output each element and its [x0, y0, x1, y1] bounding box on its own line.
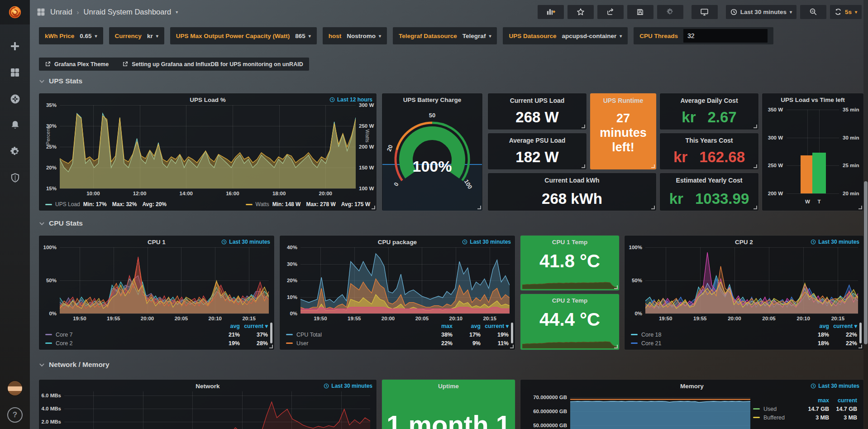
legend-series-used[interactable]: Used — [753, 406, 801, 412]
legend-series-core-2[interactable]: Core 2 — [45, 340, 212, 347]
legend-item-ups-load[interactable]: UPS LoadMin: 17% Max: 32% Avg: 20% — [45, 201, 167, 207]
panel-title[interactable]: UPS Load vs Time left — [762, 96, 863, 103]
sidebar-item-configuration[interactable] — [0, 141, 30, 161]
stat-title[interactable]: Current UPS Load — [488, 97, 587, 104]
chevron-down-icon[interactable]: ▾ — [176, 10, 178, 14]
legend-header-avg[interactable]: avg — [212, 323, 240, 329]
panel-resize-handle[interactable] — [614, 345, 618, 348]
variable-value-telegraf-datasource[interactable]: Telegraf▾ — [463, 33, 491, 39]
stat-title[interactable]: UPS Runtime — [590, 97, 656, 104]
panel-title[interactable]: Uptime — [382, 383, 515, 390]
variable-value-ups-max-output-power-capacity-watt[interactable]: 865▾ — [295, 33, 311, 39]
legend-scrollbar[interactable] — [859, 323, 862, 343]
legend-series-user[interactable]: User — [286, 340, 424, 347]
variable-value-host[interactable]: Nostromo▾ — [347, 33, 381, 39]
add-panel-button[interactable] — [538, 5, 564, 19]
chevron-down-icon: ▾ — [620, 34, 622, 39]
breadcrumb-page[interactable]: Unraid System Dashboard — [84, 8, 172, 16]
stat-title[interactable]: Current Load kWh — [488, 177, 656, 184]
time-range-badge[interactable]: Last 30 minutes — [811, 239, 859, 245]
legend-header-current[interactable]: current ▾ — [829, 323, 857, 329]
legend-header-avg[interactable]: avg — [453, 323, 481, 329]
legend-item-watts[interactable]: WattsMin: 148 W Max: 278 W Avg: 175 W — [246, 201, 371, 207]
cycle-view-button[interactable] — [692, 5, 718, 19]
panel-resize-handle[interactable] — [582, 164, 585, 168]
share-button[interactable] — [597, 5, 624, 19]
sidebar-item-server-admin[interactable] — [0, 168, 30, 188]
legend-series-cpu-total[interactable]: CPU Total — [286, 332, 424, 338]
refresh-picker[interactable]: 5s ▾ — [830, 5, 862, 19]
legend-header-max[interactable]: max — [801, 397, 829, 404]
panel-resize-handle[interactable] — [582, 125, 585, 128]
legend-series-core-18[interactable]: Core 18 — [631, 332, 801, 338]
stat-title[interactable]: Average PSU Load — [488, 137, 587, 144]
panel-resize-handle[interactable] — [651, 164, 655, 168]
grafana-logo[interactable] — [0, 0, 30, 24]
variable-value-currency[interactable]: kr▾ — [147, 33, 158, 39]
stat-title[interactable]: This Years Cost — [660, 137, 758, 144]
legend-header-current[interactable]: current ▾ — [481, 323, 509, 329]
sidebar-item-dashboards[interactable] — [0, 63, 30, 82]
panel-title[interactable]: UPS Load % — [39, 96, 377, 103]
legend-series-core-21[interactable]: Core 21 — [631, 340, 801, 347]
refresh-icon — [835, 8, 842, 15]
panel-resize-handle[interactable] — [858, 345, 862, 348]
panel-title[interactable]: CPU 2 Temp — [520, 297, 619, 304]
section-header-cpu-stats[interactable]: CPU Stats — [39, 219, 83, 227]
time-range-picker[interactable]: Last 30 minutes ▾ — [726, 5, 796, 19]
y-axis-tick: 0% — [39, 311, 57, 316]
panel-title[interactable]: CPU 1 Temp — [520, 239, 619, 246]
legend-header-max[interactable]: max — [424, 323, 453, 329]
clock-icon — [462, 239, 467, 245]
time-range-badge[interactable]: Last 30 minutes — [324, 383, 372, 389]
panel-resize-handle[interactable] — [614, 285, 618, 289]
legend-header-current[interactable]: current ▾ — [240, 323, 268, 329]
time-range-badge[interactable]: Last 30 minutes — [462, 239, 511, 245]
stat-title[interactable]: Average Daily Cost — [660, 97, 758, 104]
dashboard-link-grafana-plex-theme[interactable]: Grafana Plex Theme — [45, 61, 109, 67]
time-range-badge[interactable]: Last 12 hours — [329, 96, 372, 103]
variable-value-ups-datasource[interactable]: apcupsd-container▾ — [562, 33, 622, 39]
page-scrollbar-handle[interactable] — [864, 181, 868, 344]
save-button[interactable] — [627, 5, 653, 19]
section-header-network-memory[interactable]: Network / Memory — [39, 361, 110, 369]
panel-resize-handle[interactable] — [477, 206, 481, 209]
panel-resize-handle[interactable] — [651, 206, 655, 209]
dashboard-settings-button[interactable] — [657, 5, 683, 19]
legend-header-avg[interactable]: avg — [801, 323, 829, 329]
dashboard-grid-icon[interactable] — [36, 7, 46, 17]
star-button[interactable] — [568, 5, 594, 19]
chevron-down-icon: ▾ — [489, 34, 491, 39]
legend-scrollbar[interactable] — [511, 323, 513, 343]
section-header-ups-stats[interactable]: UPS Stats — [39, 77, 82, 85]
stat-title[interactable]: Estimated Yearly Cost — [660, 177, 758, 184]
time-range-badge[interactable]: Last 30 minutes — [221, 239, 270, 245]
panel-resize-handle[interactable] — [754, 125, 757, 128]
panel-resize-handle[interactable] — [510, 345, 514, 348]
panel-title[interactable]: UPS Battery Charge — [382, 96, 482, 103]
dashboard-link-setting-up-grafana-and-influxdb-for-ups-monitoring-on-unraid[interactable]: Setting up Grafana and InfluxDB for UPS … — [122, 61, 303, 67]
legend-header-current[interactable]: current — [829, 397, 857, 404]
legend-series-buffered[interactable]: Buffered — [753, 415, 801, 421]
legend-scrollbar[interactable] — [270, 323, 272, 343]
sidebar-item-create[interactable] — [0, 36, 30, 56]
panel-resize-handle[interactable] — [858, 206, 862, 209]
sidebar-item-explore[interactable] — [0, 89, 30, 109]
zoom-out-button[interactable] — [800, 5, 826, 19]
breadcrumb-app[interactable]: Unraid — [50, 8, 72, 16]
panel-resize-handle[interactable] — [754, 206, 757, 209]
panel-resize-handle[interactable] — [372, 206, 375, 209]
panel-cpu-2: CPU 2Last 30 minutes100%50%0%19:5019:552… — [625, 236, 863, 350]
user-avatar[interactable] — [8, 381, 22, 395]
variable-value-kwh-price[interactable]: 0.65▾ — [80, 33, 97, 39]
help-icon[interactable]: ? — [7, 407, 23, 423]
panel-resize-handle[interactable] — [754, 164, 757, 168]
variable-input-cpu-threads[interactable] — [683, 29, 768, 43]
legend-series-core-7[interactable]: Core 7 — [45, 332, 212, 338]
legend-header-row: maxcurrent — [753, 396, 857, 405]
sidebar-item-alerting[interactable] — [0, 115, 30, 135]
time-range-badge[interactable]: Last 30 minutes — [811, 383, 859, 389]
panel-resize-handle[interactable] — [269, 345, 273, 348]
x-axis-tick: 20:05 — [415, 316, 429, 321]
page-scrollbar-track[interactable] — [863, 0, 868, 429]
